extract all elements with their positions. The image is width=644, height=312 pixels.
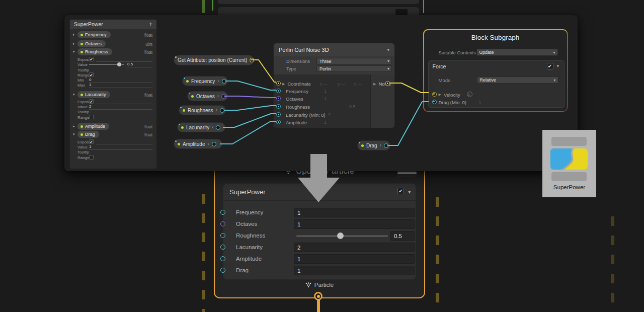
input-octaves: Octaves <box>286 96 303 102</box>
range-checkbox[interactable]: ✔ <box>89 72 94 77</box>
force-block[interactable]: Force ✔ ▾ Mode Relative ▾ ▶ Velocity L D… <box>428 60 565 108</box>
chevron-right-icon[interactable]: ▸ <box>73 124 75 128</box>
chevron-down-icon[interactable]: ▾ <box>73 93 75 97</box>
blackboard-row-frequency[interactable]: ▸ Frequency float <box>70 31 156 39</box>
velocity-port[interactable] <box>432 92 437 97</box>
chevron-down-icon[interactable]: ▾ <box>408 189 411 195</box>
frequency-field[interactable]: 1 <box>294 208 415 217</box>
roughness-max-row: Max 1 <box>70 83 156 88</box>
port-expand-icon[interactable]: ▶ <box>282 82 285 86</box>
roughness-slider-handle[interactable] <box>337 232 344 239</box>
param-node-lacunarity[interactable]: Lacunarity ‹ <box>177 122 225 132</box>
mode-dropdown[interactable]: Relative ▾ <box>477 76 558 84</box>
chevron-down-icon[interactable]: ▾ <box>557 63 559 68</box>
get-attribute-node[interactable]: Get Attribute: position (Current) <box>174 55 254 65</box>
collapse-icon[interactable]: ‹ <box>216 108 217 113</box>
block-enabled-checkbox[interactable]: ✔ <box>397 188 404 194</box>
collapse-icon[interactable]: ‹ <box>207 141 209 146</box>
max-field[interactable]: 1 <box>89 83 152 88</box>
blackboard-row-amplitude[interactable]: ▸ Amplitude float <box>70 123 156 130</box>
blackboard-row-roughness[interactable]: ▾ Roughness float <box>70 48 156 56</box>
amplitude-field[interactable]: 1 <box>294 254 415 264</box>
value-slider-handle[interactable] <box>117 62 121 66</box>
param-label: Octaves <box>196 94 215 99</box>
blackboard-row-octaves[interactable]: ▸ Octaves uint <box>70 40 156 48</box>
roughness-port[interactable] <box>276 104 281 109</box>
octaves-port[interactable] <box>276 96 281 101</box>
lacunarity-port[interactable] <box>276 112 281 117</box>
flow-line-green-right <box>423 0 424 13</box>
position-output-port[interactable] <box>250 58 254 62</box>
chevron-right-icon[interactable]: ▸ <box>73 33 75 37</box>
block-row-lacunarity: Lacunarity 2 <box>223 243 416 253</box>
chevron-down-icon[interactable]: ▾ <box>73 50 75 54</box>
drag-field[interactable]: 1 <box>294 266 415 275</box>
collapse-icon[interactable]: ‹ <box>217 94 219 99</box>
port-roughness[interactable] <box>220 233 225 238</box>
port-frequency[interactable] <box>220 210 225 215</box>
flow-anchor-label: Particle <box>215 282 424 288</box>
dimensions-dropdown[interactable]: Three ▾ <box>316 58 392 64</box>
lacunarity-field[interactable]: 2 <box>294 243 415 252</box>
frequency-port[interactable] <box>276 89 281 93</box>
collapse-icon[interactable]: ‹ <box>380 143 381 148</box>
particle-icon <box>305 282 311 288</box>
octaves-field[interactable]: 1 <box>294 219 415 229</box>
amplitude-port[interactable] <box>276 120 281 124</box>
context-output-port[interactable] <box>314 292 323 300</box>
port-drag[interactable] <box>220 268 225 273</box>
param-node-amplitude[interactable]: Amplitude ‹ <box>174 139 222 149</box>
range-checkbox[interactable] <box>89 155 94 160</box>
collapse-icon[interactable]: ‹ <box>212 125 213 130</box>
param-node-octaves[interactable]: Octaves ‹ <box>187 91 228 101</box>
block-row-roughness: Roughness 0.5 <box>223 231 416 241</box>
blackboard-row-drag[interactable]: ▾ Drag float <box>70 131 156 138</box>
value-field[interactable]: 0.5 <box>127 62 152 67</box>
input-velocity: ▶ Velocity <box>439 92 460 98</box>
exposed-checkbox[interactable]: ✔ <box>89 139 94 144</box>
add-icon[interactable]: + <box>149 20 152 29</box>
roughness-value-field[interactable]: 0.5 <box>390 231 415 241</box>
exposed-checkbox[interactable]: ✔ <box>89 99 94 104</box>
range-checkbox[interactable] <box>89 115 94 119</box>
flow-dashes-far-right <box>611 216 614 312</box>
blackboard-header[interactable]: SuperPower + <box>70 20 156 29</box>
block-subgraph-node[interactable]: Block Subgraph Suitable Contexts Update … <box>423 29 568 112</box>
param-node-drag[interactable]: Drag ‹ <box>357 140 390 150</box>
chevron-down-icon[interactable]: ▾ <box>387 43 389 56</box>
param-output-port[interactable] <box>220 108 224 113</box>
property-label: Octaves <box>85 41 102 46</box>
port-lacunarity[interactable] <box>220 245 225 250</box>
blackboard-panel[interactable]: SuperPower + ▸ Frequency float ▸ Octaves… <box>69 19 157 169</box>
port-amplitude[interactable] <box>220 256 225 261</box>
port-octaves[interactable] <box>220 221 225 226</box>
param-node-frequency[interactable]: Frequency ‹ <box>182 76 228 86</box>
type-dropdown[interactable]: Perlin ▾ <box>316 65 392 72</box>
param-output-port[interactable] <box>221 94 226 99</box>
blackboard-row-lacunarity[interactable]: ▾ Lacunarity float <box>70 91 156 99</box>
perlin-curl-noise-node[interactable]: Perlin Curl Noise 3D ▾ Dimensions Three … <box>273 43 395 128</box>
coordinate-port[interactable] <box>276 81 281 86</box>
force-enabled-checkbox[interactable]: ✔ <box>547 63 553 69</box>
suitable-contexts-dropdown[interactable]: Update ▾ <box>476 49 558 56</box>
exposed-dot-icon <box>80 43 83 45</box>
chevron-right-icon[interactable]: ▸ <box>73 42 75 46</box>
property-type: float <box>144 93 152 98</box>
node-header[interactable]: Perlin Curl Noise 3D ▾ <box>274 43 394 56</box>
param-node-roughness[interactable]: Roughness ‹ <box>179 105 226 115</box>
param-output-port[interactable] <box>216 125 220 130</box>
drag-port[interactable] <box>432 100 437 104</box>
down-arrow <box>296 154 342 202</box>
param-output-port[interactable] <box>222 79 226 84</box>
field-label: Max <box>77 83 85 88</box>
exposed-checkbox[interactable]: ✔ <box>89 57 94 61</box>
collapse-icon[interactable]: ‹ <box>217 79 219 84</box>
input-coordinate: ▶ Coordinate <box>282 81 311 87</box>
port-expand-icon: ▶ <box>439 93 441 97</box>
flow-dashes-left <box>202 194 205 312</box>
chevron-down-icon[interactable]: ▾ <box>73 132 75 136</box>
noise-output-port[interactable] <box>385 81 390 86</box>
param-output-port[interactable] <box>384 143 388 148</box>
superpower-asset-card[interactable]: SuperPower <box>542 130 596 197</box>
param-output-port[interactable] <box>212 142 216 146</box>
